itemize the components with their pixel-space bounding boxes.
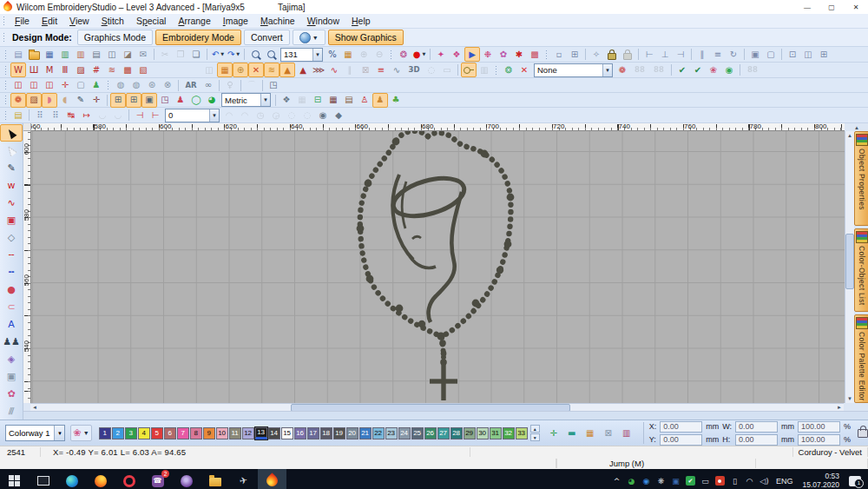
redo-icon-dropdown-icon[interactable]: ▼ bbox=[236, 52, 240, 56]
apply-style-icon[interactable]: ❁ bbox=[615, 63, 630, 77]
tray-satellite-icon[interactable]: ❋ bbox=[654, 472, 667, 489]
machine-frame-icon[interactable]: ▦ bbox=[326, 93, 341, 108]
color-swatch-22[interactable]: 22 bbox=[372, 427, 385, 439]
fill-contour-icon[interactable]: ▲ bbox=[279, 63, 295, 77]
freehand-open-tool[interactable]: ∿ bbox=[0, 194, 23, 211]
color-swatch-18[interactable]: 18 bbox=[320, 427, 332, 439]
menu-arrange[interactable]: Arrange bbox=[172, 16, 216, 26]
color-swatch-15[interactable]: 15 bbox=[281, 427, 293, 439]
thread-target-icon[interactable]: ◉ bbox=[721, 63, 737, 77]
color-bars-icon[interactable]: ▥ bbox=[619, 426, 635, 440]
units-field-dropdown-icon[interactable]: ▼ bbox=[260, 94, 270, 106]
tray-key-icon[interactable]: ◉ bbox=[640, 472, 653, 489]
color-swatch-4[interactable]: 4 bbox=[138, 427, 150, 439]
hide-color-icon[interactable]: ▬ bbox=[564, 426, 580, 440]
clock-1-icon[interactable]: ◷ bbox=[253, 108, 268, 122]
security-key-icon[interactable] bbox=[461, 63, 477, 77]
zoom-out-icon[interactable]: ⊖ bbox=[372, 47, 387, 62]
remove-style-icon[interactable]: ✕ bbox=[516, 63, 532, 77]
scale-x-field[interactable]: 100.00 bbox=[798, 421, 840, 433]
language-indicator[interactable]: ENG bbox=[773, 477, 797, 486]
effect-squiggle-icon[interactable]: ∿ bbox=[389, 63, 404, 77]
color-swatch-7[interactable]: 7 bbox=[177, 427, 189, 439]
punch-mesh-icon[interactable]: ▩ bbox=[120, 63, 135, 77]
ungroup-icon[interactable]: ▢ bbox=[763, 47, 779, 62]
auto-link-icon[interactable]: ∞ bbox=[201, 78, 216, 93]
zoom-level-field-dropdown-icon[interactable]: ▼ bbox=[312, 49, 322, 61]
color-swatch-8[interactable]: 8 bbox=[190, 427, 202, 439]
thread-chart-icon[interactable]: ▦ bbox=[582, 426, 598, 440]
tray-blue-app-icon[interactable]: ▣ bbox=[669, 472, 682, 489]
hoop-figure-icon[interactable]: ♟ bbox=[173, 93, 188, 108]
color-swatch-21[interactable]: 21 bbox=[359, 427, 372, 439]
fill-globe-icon[interactable]: ⊕ bbox=[233, 63, 248, 77]
leaf-outline-icon[interactable]: ◖ bbox=[57, 93, 73, 108]
trim-2-icon[interactable]: ◡ bbox=[110, 108, 126, 122]
jump-right-icon[interactable]: ↦ bbox=[79, 108, 95, 122]
punch-grid-icon[interactable]: # bbox=[89, 63, 104, 77]
stamp-red-icon[interactable]: ♙ bbox=[357, 93, 372, 108]
tray-expand-icon[interactable]: ^ bbox=[610, 472, 623, 489]
freehand-embroidery-tool[interactable]: w bbox=[0, 176, 23, 194]
monogram-tool[interactable]: ♟♟ bbox=[0, 333, 23, 350]
punch-photo-icon[interactable]: ▧ bbox=[135, 63, 151, 77]
reshape-object-tool[interactable] bbox=[0, 142, 23, 159]
menu-special[interactable]: Special bbox=[130, 16, 172, 26]
colorway-flower-button[interactable]: ❀ ▼ bbox=[70, 425, 91, 441]
mirror-frame-icon[interactable]: ⊞ bbox=[816, 47, 832, 62]
menu-image[interactable]: Image bbox=[217, 16, 254, 26]
color-swatch-10[interactable]: 10 bbox=[216, 427, 228, 439]
offset-field-dropdown-icon[interactable]: ▼ bbox=[209, 109, 219, 122]
scroll-down-icon[interactable]: ▼ bbox=[847, 394, 852, 403]
style-field[interactable]: None▼ bbox=[534, 63, 613, 77]
effect-star-icon[interactable]: ▲ bbox=[295, 63, 311, 77]
tray-monitor-icon[interactable]: ▭ bbox=[699, 472, 712, 489]
current-color-icon[interactable]: ●▼ bbox=[411, 47, 427, 62]
tray-shield-icon[interactable]: ✔ bbox=[684, 472, 697, 489]
color-swatch-3[interactable]: 3 bbox=[125, 427, 137, 439]
taskbar-clock[interactable]: 0:53 15.07.2020 bbox=[798, 472, 844, 489]
digitize-shape-tool[interactable]: ◇ bbox=[0, 228, 23, 246]
flower-tool[interactable]: ✿ bbox=[0, 385, 23, 402]
color-swatch-25[interactable]: 25 bbox=[411, 427, 424, 439]
select-polygon-icon[interactable]: ✧ bbox=[589, 47, 604, 62]
globe-green-icon[interactable]: ◕ bbox=[204, 93, 220, 108]
grid-show-icon[interactable]: ⊞ bbox=[110, 93, 126, 108]
design-tool-icon[interactable]: ✈ bbox=[229, 469, 258, 489]
ring-1-icon[interactable]: ◌ bbox=[284, 108, 299, 122]
reshape-box-icon[interactable]: ⊡ bbox=[785, 47, 800, 62]
figure-orange-icon[interactable]: ♟ bbox=[372, 93, 388, 108]
maximize-button[interactable]: ▢ bbox=[819, 0, 844, 14]
vertical-scroll-thumb[interactable] bbox=[845, 234, 854, 289]
bitmap-dim-icon[interactable]: ◳ bbox=[157, 93, 173, 108]
machine-tape-icon[interactable]: ▤ bbox=[341, 93, 357, 108]
menu-machine[interactable]: Machine bbox=[254, 16, 301, 26]
menu-help[interactable]: Help bbox=[345, 16, 377, 26]
menu-window[interactable]: Window bbox=[301, 16, 345, 26]
screen-capture-icon[interactable]: ◳ bbox=[266, 78, 281, 93]
action-center-icon[interactable]: 1 bbox=[849, 476, 861, 486]
color-swatch-19[interactable]: 19 bbox=[333, 427, 345, 439]
scroll-left-icon[interactable]: ◄ bbox=[30, 405, 39, 410]
zoom-box-icon[interactable] bbox=[263, 47, 279, 62]
lock-icon[interactable] bbox=[604, 47, 620, 62]
undo-icon[interactable]: ↶▼ bbox=[210, 47, 226, 62]
send-to-machine-icon[interactable]: ✉ bbox=[135, 47, 151, 62]
minimize-button[interactable]: — bbox=[795, 0, 819, 14]
arc-guide-icon[interactable]: ⌒ bbox=[244, 78, 260, 93]
digitize-run-tool[interactable]: ╌ bbox=[0, 246, 23, 263]
thread-check-2-icon[interactable]: ✔ bbox=[690, 63, 706, 77]
color-swatch-26[interactable]: 26 bbox=[424, 427, 437, 439]
tab-color-palette-editor[interactable]: Color Palette Editor bbox=[854, 314, 868, 404]
colorway-select[interactable]: Colorway 1 ▼ bbox=[5, 425, 65, 441]
fill-satin-icon[interactable]: ▦ bbox=[217, 63, 233, 77]
menu-file[interactable]: File bbox=[9, 16, 36, 26]
fill-motif-icon[interactable]: ✕ bbox=[248, 63, 264, 77]
flower-dropdown-icon[interactable]: ▼ bbox=[83, 430, 89, 436]
circle-tool[interactable]: ● bbox=[0, 281, 23, 298]
stitch-link-icon[interactable]: ✦ bbox=[433, 47, 449, 62]
opera-icon[interactable] bbox=[115, 469, 143, 489]
align-left-icon[interactable]: ⊢ bbox=[641, 47, 657, 62]
copy-icon[interactable]: ❐ bbox=[173, 47, 188, 62]
figure-multi-icon[interactable]: ♣ bbox=[388, 93, 404, 108]
